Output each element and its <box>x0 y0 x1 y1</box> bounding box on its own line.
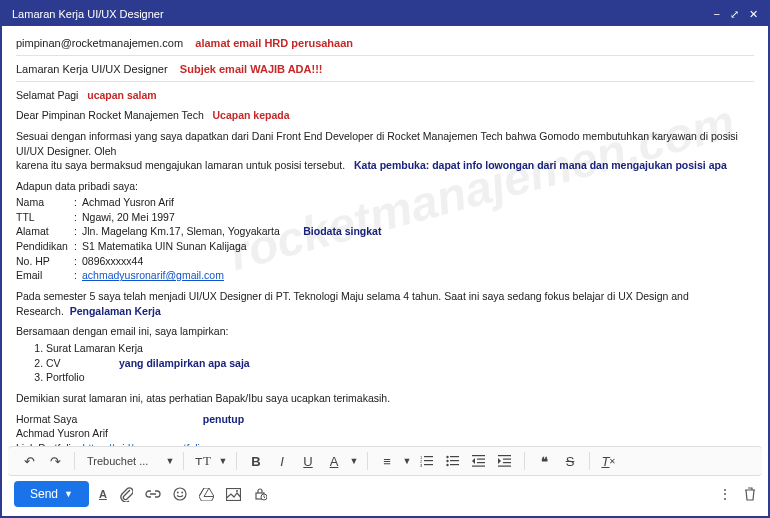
para1a: Sesuai dengan informasi yang saya dapatk… <box>16 130 738 157</box>
subject-row[interactable]: Lamaran Kerja UI/UX Designer Subjek emai… <box>16 62 754 82</box>
list-item: CV <box>46 357 61 369</box>
link-icon[interactable] <box>145 489 161 499</box>
close-icon[interactable]: ✕ <box>749 8 758 21</box>
svg-rect-5 <box>424 464 433 465</box>
trash-icon[interactable] <box>744 487 756 501</box>
strikethrough-icon[interactable]: S <box>559 450 581 472</box>
bio-email-link[interactable]: achmadyusronarif@gmail.com <box>82 268 224 283</box>
annot-close: penutup <box>203 413 244 425</box>
minimize-icon[interactable]: − <box>714 8 720 21</box>
chevron-down-icon[interactable]: ▼ <box>218 450 228 472</box>
bio-ttl-l: TTL <box>16 210 74 225</box>
para1b: karena itu saya bermaksud mengajukan lam… <box>16 159 345 171</box>
format-icon[interactable]: A <box>99 488 107 500</box>
bottom-bar: Send▼ A ⋮ <box>2 476 768 512</box>
svg-rect-1 <box>424 456 433 457</box>
send-label: Send <box>30 487 58 501</box>
email-body: rocketmanajemen.com pimpinan@rocketmanaj… <box>2 26 768 446</box>
bio-hp: 0896xxxxx44 <box>82 254 143 269</box>
clear-format-icon[interactable]: T✕ <box>598 450 620 472</box>
svg-point-22 <box>181 492 183 494</box>
bottom-right: ⋮ <box>718 486 756 502</box>
to-address: pimpinan@rocketmanajemen.com <box>16 37 183 49</box>
bio-alamat: Jln. Magelang Km.17, Sleman, Yogyakarta <box>82 224 280 239</box>
annot-greet: ucapan salam <box>87 89 156 101</box>
annot-bio: Biodata singkat <box>303 224 381 239</box>
annot-open: Kata pembuka: dapat info lowongan dari m… <box>354 159 727 171</box>
annot-exp: Pengalaman Kerja <box>70 305 161 317</box>
bullet-list-icon[interactable] <box>442 450 464 472</box>
photo-icon[interactable] <box>226 488 241 501</box>
chevron-down-icon[interactable]: ▼ <box>402 450 412 472</box>
compose-icons: A <box>99 486 267 502</box>
svg-rect-11 <box>450 464 459 465</box>
chevron-down-icon: ▼ <box>64 489 73 499</box>
window-controls: − ⤢ ✕ <box>714 8 758 21</box>
indent-more-icon[interactable] <box>494 450 516 472</box>
indent-less-icon[interactable] <box>468 450 490 472</box>
more-icon[interactable]: ⋮ <box>718 486 732 502</box>
font-size-icon[interactable]: ᴛT <box>192 450 214 472</box>
send-button[interactable]: Send▼ <box>14 481 89 507</box>
bio-pend: S1 Matematika UIN Sunan Kalijaga <box>82 239 247 254</box>
underline-icon[interactable]: U <box>297 450 319 472</box>
svg-point-8 <box>446 460 448 462</box>
bio-ttl: Ngawi, 20 Mei 1997 <box>82 210 175 225</box>
sign1: Hormat Saya <box>16 413 77 425</box>
dear-line: Dear Pimpinan Rocket Manajemen Tech <box>16 109 204 121</box>
svg-point-10 <box>446 464 448 466</box>
list-item: Portfolio <box>46 370 754 385</box>
chevron-down-icon[interactable]: ▼ <box>349 450 359 472</box>
svg-point-24 <box>236 490 238 492</box>
bio-pend-l: Pendidikan <box>16 239 74 254</box>
closing: Demikian surat lamaran ini, atas perhati… <box>16 391 754 406</box>
bio-intro: Adapun data pribadi saya: <box>16 179 754 194</box>
svg-rect-3 <box>424 460 433 461</box>
greeting: Selamat Pagi <box>16 89 78 101</box>
attach-icon[interactable] <box>119 486 133 502</box>
svg-point-20 <box>174 488 186 500</box>
bio-email-l: Email <box>16 268 74 283</box>
annot-subject: Subjek email WAJIB ADA!!! <box>180 63 323 75</box>
svg-rect-18 <box>503 462 511 463</box>
format-toolbar: ↶ ↷ Trebuchet ... ▼ ᴛT ▼ B I U A ▼ ≡ ▼ 1… <box>8 446 762 476</box>
align-icon[interactable]: ≡ <box>376 450 398 472</box>
svg-rect-17 <box>503 459 511 460</box>
bio-alamat-l: Alamat <box>16 224 74 239</box>
italic-icon[interactable]: I <box>271 450 293 472</box>
font-select[interactable]: Trebuchet ... <box>83 453 161 469</box>
portfolio-link[interactable]: https://s.id/yusron-portfolio <box>83 442 206 446</box>
chevron-down-icon[interactable]: ▼ <box>165 450 175 472</box>
svg-rect-16 <box>498 455 511 456</box>
redo-icon[interactable]: ↷ <box>44 450 66 472</box>
bio-nama-l: Nama <box>16 195 74 210</box>
svg-rect-14 <box>477 462 485 463</box>
message-body[interactable]: Selamat Pagi ucapan salam Dear Pimpinan … <box>16 88 754 446</box>
svg-rect-13 <box>477 459 485 460</box>
text-color-icon[interactable]: A <box>323 450 345 472</box>
list-item: Surat Lamaran Kerja <box>46 341 754 356</box>
to-row[interactable]: pimpinan@rocketmanajemen.com alamat emai… <box>16 36 754 56</box>
svg-rect-15 <box>472 466 485 467</box>
svg-rect-19 <box>498 466 511 467</box>
confidential-icon[interactable] <box>253 487 267 501</box>
ordered-list-icon[interactable]: 123 <box>416 450 438 472</box>
bio-hp-l: No. HP <box>16 254 74 269</box>
svg-text:3: 3 <box>420 463 423 467</box>
drive-icon[interactable] <box>199 488 214 501</box>
emoji-icon[interactable] <box>173 487 187 501</box>
annot-attach: yang dilampirkan apa saja <box>119 357 250 369</box>
biodata-block: Nama:Achmad Yusron Arif TTL:Ngawi, 20 Me… <box>16 195 754 283</box>
portfolio-label: Link Portfolio: <box>16 442 83 446</box>
window-title: Lamaran Kerja UI/UX Designer <box>12 8 714 20</box>
annot-dear: Ucapan kepada <box>213 109 290 121</box>
maximize-icon[interactable]: ⤢ <box>730 8 739 21</box>
attachment-list: Surat Lamaran Kerja CV yang dilampirkan … <box>46 341 754 385</box>
bold-icon[interactable]: B <box>245 450 267 472</box>
bio-nama: Achmad Yusron Arif <box>82 195 174 210</box>
attach-intro: Bersamaan dengan email ini, saya lampirk… <box>16 324 754 339</box>
subject-text: Lamaran Kerja UI/UX Designer <box>16 63 168 75</box>
undo-icon[interactable]: ↶ <box>18 450 40 472</box>
quote-icon[interactable]: ❝ <box>533 450 555 472</box>
sign2: Achmad Yusron Arif <box>16 426 754 441</box>
